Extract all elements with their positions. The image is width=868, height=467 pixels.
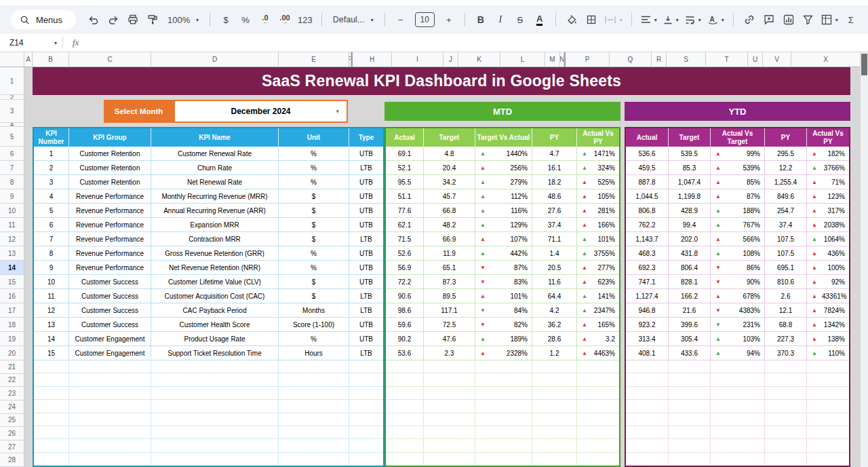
row-header-2[interactable]: 2: [0, 95, 24, 100]
empty-cell[interactable]: [475, 360, 532, 373]
empty-cell[interactable]: [349, 426, 383, 439]
scrollbar-thumb[interactable]: [861, 54, 867, 75]
empty-cell[interactable]: [151, 439, 279, 452]
empty-cell[interactable]: [577, 387, 619, 400]
cell-kpi-name[interactable]: Monthly Recurring Revenue (MRR): [151, 189, 279, 204]
cell-mtd-target-vs-actual[interactable]: 256%: [490, 161, 532, 174]
cell-ytd-actual-vs-py[interactable]: 7824%: [822, 303, 849, 317]
cell-mtd-py[interactable]: 20.5: [532, 261, 577, 275]
row-header-25[interactable]: 25: [0, 414, 24, 428]
cell-mtd-py[interactable]: 18.2: [532, 175, 577, 189]
cell-kpi-group[interactable]: Customer Success: [69, 275, 151, 289]
cell-kpi-type[interactable]: UTB: [349, 204, 383, 218]
cell-kpi-name[interactable]: Support Ticket Resolution Time: [151, 346, 279, 360]
empty-cell[interactable]: [626, 426, 669, 439]
cell-mtd-actual[interactable]: 53.6: [386, 346, 424, 360]
cell-mtd-actual-vs-py[interactable]: 166%: [592, 218, 619, 231]
cell-kpi-name[interactable]: Customer Lifetime Value (CLV): [151, 275, 279, 289]
cell-mtd-py[interactable]: 16.1: [532, 161, 577, 175]
cell-ytd-target[interactable]: 202.0: [669, 232, 711, 246]
cell-ytd-actual[interactable]: 762.2: [626, 218, 669, 232]
increase-font-size-button[interactable]: +: [440, 11, 458, 29]
cell-mtd-target-vs-actual[interactable]: 84%: [490, 303, 532, 317]
cell-kpi-unit[interactable]: Hours: [279, 346, 349, 360]
row-header-1[interactable]: 1: [0, 67, 24, 95]
empty-cell[interactable]: [475, 453, 532, 466]
empty-cell[interactable]: [765, 453, 807, 466]
cell-mtd-actual-vs-py[interactable]: 3755%: [592, 246, 619, 260]
vertical-align-button[interactable]: ▾: [661, 11, 681, 29]
cell-ytd-actual-vs-py[interactable]: 71%: [822, 175, 849, 189]
empty-cell[interactable]: [577, 453, 619, 466]
cell-ytd-actual[interactable]: 946.8: [626, 303, 669, 318]
text-color-button[interactable]: A: [531, 11, 549, 29]
empty-cell[interactable]: [626, 387, 669, 400]
cell-mtd-target[interactable]: 34.2: [424, 175, 475, 189]
cell-kpi-name[interactable]: Expansion MRR: [151, 218, 279, 232]
empty-cell[interactable]: [151, 426, 279, 439]
empty-cell[interactable]: [69, 400, 151, 413]
cell-mtd-py[interactable]: 36.2: [532, 318, 577, 332]
cell-ytd-actual-vs-py[interactable]: 100%: [822, 261, 849, 274]
cell-mtd-actual-vs-py[interactable]: 2347%: [592, 303, 619, 317]
empty-cell[interactable]: [669, 387, 711, 400]
cell-kpi-group[interactable]: Revenue Performance: [69, 189, 151, 204]
cell-mtd-target[interactable]: 117.1: [424, 303, 475, 318]
cell-kpi-number[interactable]: 9: [34, 261, 69, 275]
cell-kpi-group[interactable]: Revenue Performance: [69, 204, 151, 218]
empty-cell[interactable]: [669, 373, 711, 386]
row-header-15[interactable]: 15: [0, 275, 24, 289]
cell-mtd-target-vs-actual[interactable]: 279%: [490, 175, 532, 189]
empty-cell[interactable]: [475, 373, 532, 386]
cell-mtd-target-vs-actual[interactable]: 189%: [490, 332, 532, 345]
cell-kpi-type[interactable]: UTB: [349, 332, 383, 346]
cell-kpi-group[interactable]: Customer Success: [69, 318, 151, 332]
empty-cell[interactable]: [807, 426, 849, 439]
row-header-18[interactable]: 18: [0, 318, 24, 332]
cell-kpi-number[interactable]: 8: [34, 246, 69, 261]
empty-cell[interactable]: [349, 413, 383, 426]
zoom-select[interactable]: 100%▾: [163, 11, 203, 29]
cell-ytd-actual[interactable]: 313.4: [626, 332, 669, 346]
cell-mtd-py[interactable]: 1.2: [532, 346, 577, 360]
empty-cell[interactable]: [424, 360, 475, 373]
cell-kpi-unit[interactable]: %: [279, 175, 349, 189]
cell-ytd-py[interactable]: 295.5: [765, 147, 807, 161]
column-header-D[interactable]: D: [151, 52, 279, 67]
cell-ytd-actual-vs-target[interactable]: 231%: [726, 318, 764, 331]
empty-cell[interactable]: [669, 426, 711, 439]
cell-kpi-name[interactable]: Net Revenue Retention (NRR): [151, 261, 279, 275]
empty-cell[interactable]: [765, 439, 807, 452]
cell-mtd-actual[interactable]: 52.1: [386, 161, 424, 175]
empty-cell[interactable]: [532, 360, 577, 373]
cell-kpi-group[interactable]: Revenue Performance: [69, 218, 151, 232]
empty-cell[interactable]: [424, 413, 475, 426]
cell-kpi-type[interactable]: LTB: [349, 289, 383, 303]
cell-kpi-type[interactable]: UTB: [349, 218, 383, 232]
redo-button[interactable]: [104, 11, 122, 29]
cell-ytd-actual-vs-target[interactable]: 767%: [726, 218, 764, 231]
column-header-Q[interactable]: Q: [610, 52, 652, 67]
empty-cell[interactable]: [69, 413, 151, 426]
italic-button[interactable]: I: [492, 11, 509, 29]
text-rotation-button[interactable]: A ▾: [705, 11, 726, 29]
cell-mtd-actual[interactable]: 95.5: [386, 175, 424, 189]
cell-kpi-number[interactable]: 12: [34, 303, 69, 318]
row-header-21[interactable]: 21: [0, 360, 24, 374]
row-header-24[interactable]: 24: [0, 400, 24, 414]
cell-ytd-actual-vs-target[interactable]: 678%: [726, 289, 764, 303]
cell-kpi-group[interactable]: Revenue Performance: [69, 261, 151, 275]
empty-cell[interactable]: [577, 373, 619, 386]
cell-ytd-actual-vs-py[interactable]: 182%: [822, 147, 849, 160]
cell-kpi-unit[interactable]: Score (1-100): [279, 318, 349, 332]
cell-mtd-actual[interactable]: 52.6: [386, 246, 424, 261]
cell-ytd-actual-vs-target[interactable]: 94%: [726, 346, 764, 360]
empty-cell[interactable]: [279, 360, 349, 373]
cell-mtd-py[interactable]: 4.2: [532, 303, 577, 318]
cell-mtd-actual[interactable]: 77.6: [386, 204, 424, 218]
cell-kpi-unit[interactable]: $: [279, 275, 349, 289]
cell-kpi-name[interactable]: Customer Health Score: [151, 318, 279, 332]
empty-cell[interactable]: [69, 439, 151, 452]
empty-cell[interactable]: [577, 360, 619, 373]
cell-ytd-target[interactable]: 428.9: [669, 204, 711, 218]
